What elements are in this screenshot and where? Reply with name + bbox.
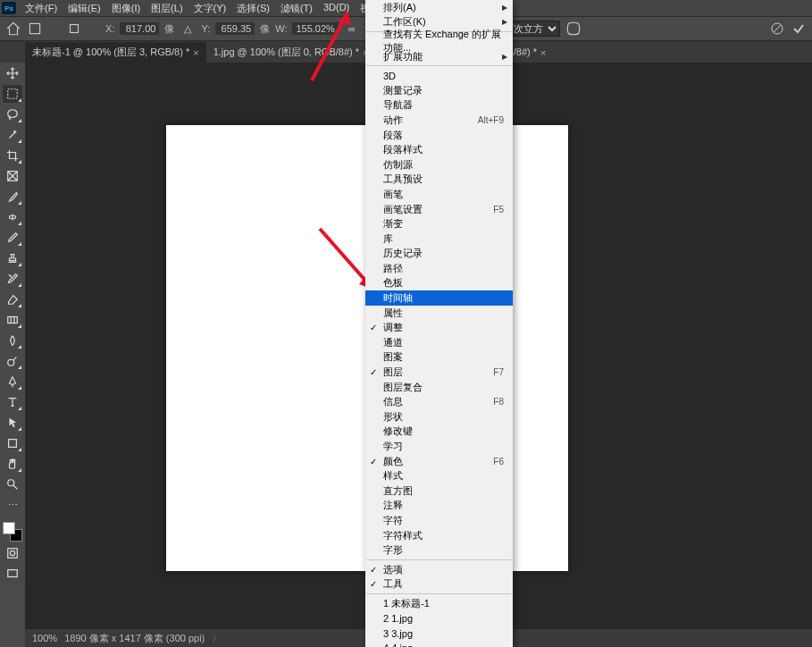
menu-选择[interactable]: 选择(S) [231, 0, 275, 17]
fg-swatch[interactable] [3, 522, 15, 534]
menu-item[interactable]: 2 1.jpg [365, 611, 513, 626]
menu-item-label: 图层 [383, 366, 403, 379]
link-icon[interactable]: ∞ [344, 21, 360, 37]
menu-item[interactable]: ✓颜色F6 [365, 454, 513, 469]
quickmask-icon[interactable] [3, 544, 22, 562]
menu-item[interactable]: 通道 [365, 335, 513, 350]
check-icon: ✓ [370, 579, 377, 589]
menu-item-label: 颜色 [383, 455, 403, 468]
menu-编辑[interactable]: 编辑(E) [63, 0, 106, 17]
menu-item[interactable]: 修改键 [365, 424, 513, 440]
cancel-icon[interactable] [769, 21, 785, 37]
menu-item[interactable]: 历史记录 [365, 247, 513, 262]
x-field[interactable]: 817.00 [120, 22, 159, 35]
menu-item[interactable]: 注释 [365, 499, 513, 514]
zoom-tool-icon[interactable] [3, 475, 22, 493]
move-tool-icon[interactable] [3, 64, 22, 82]
dodge-tool-icon[interactable] [3, 352, 22, 370]
w-field[interactable]: 155.02% [292, 22, 338, 35]
menu-滤镜[interactable]: 滤镜(T) [275, 0, 318, 17]
menu-item[interactable]: 字形 [365, 542, 513, 558]
y-field[interactable]: 659.35 [215, 22, 255, 35]
history-brush-tool-icon[interactable] [3, 270, 22, 288]
menu-item[interactable]: 图层复合 [365, 380, 513, 395]
path-select-tool-icon[interactable] [3, 414, 22, 432]
eraser-tool-icon[interactable] [3, 290, 22, 308]
menu-item[interactable]: 动作Alt+F9 [365, 113, 513, 128]
brush-tool-icon[interactable] [3, 229, 22, 247]
more-tools-icon[interactable]: ⋯ [3, 496, 22, 514]
menu-item[interactable]: 导航器 [365, 98, 513, 113]
shape-tool-icon[interactable] [3, 434, 22, 452]
marquee-tool-icon[interactable] [3, 85, 22, 103]
frame-tool-icon[interactable] [3, 167, 22, 185]
menu-item[interactable]: 画笔设置F5 [365, 202, 513, 217]
close-icon[interactable]: × [540, 47, 546, 58]
menu-文件[interactable]: 文件(F) [20, 0, 63, 17]
type-tool-icon[interactable] [3, 393, 22, 411]
menu-item[interactable]: ✓图层F7 [365, 365, 513, 380]
color-swatches[interactable] [3, 522, 22, 542]
crop-tool-icon[interactable] [3, 147, 22, 164]
menu-item[interactable]: 4 4.jpg [365, 641, 513, 647]
menu-item[interactable]: ✓调整 [365, 320, 513, 335]
menu-item[interactable]: 渐变 [365, 216, 513, 231]
menu-item[interactable]: 扩展功能 [365, 49, 513, 64]
menu-item[interactable]: 段落 [365, 128, 513, 143]
menu-item[interactable]: 形状 [365, 409, 513, 424]
menu-item[interactable]: 库 [365, 231, 513, 247]
menu-item[interactable]: 字符 [365, 513, 513, 528]
menu-item[interactable]: 仿制源 [365, 157, 513, 172]
menu-item[interactable]: 3D [365, 68, 513, 83]
menu-item[interactable]: 段落样式 [365, 142, 513, 157]
close-icon[interactable]: × [193, 47, 198, 58]
crop-icon[interactable] [27, 21, 43, 37]
warp-icon[interactable] [565, 21, 582, 37]
document-tab[interactable]: 1.jpg @ 100% (图层 0, RGB/8#) *× [206, 42, 376, 63]
blur-tool-icon[interactable] [3, 332, 22, 349]
menu-item-label: 调整 [383, 321, 403, 334]
chevron-right-icon[interactable]: 〉 [212, 632, 222, 645]
stamp-tool-icon[interactable] [3, 249, 22, 267]
square-icon[interactable] [66, 21, 82, 37]
menu-文字[interactable]: 文字(Y) [188, 0, 232, 17]
menu-item[interactable]: 工具预设 [365, 172, 513, 188]
menu-图层[interactable]: 图层(L) [146, 0, 188, 17]
pen-tool-icon[interactable] [3, 373, 22, 391]
lasso-tool-icon[interactable] [3, 105, 22, 123]
menu-item[interactable]: 学习 [365, 439, 513, 454]
menu-item[interactable]: 测量记录 [365, 83, 513, 98]
menu-item[interactable]: 排列(A) [365, 0, 513, 15]
menu-item[interactable]: 时间轴 [365, 290, 513, 306]
menu-item[interactable]: 图案 [365, 350, 513, 366]
menu-item[interactable]: ✓工具 [365, 577, 513, 592]
hand-tool-icon[interactable] [3, 455, 22, 473]
menu-item[interactable]: 1 未标题-1 [365, 596, 513, 611]
menu-图像[interactable]: 图像(I) [106, 0, 146, 17]
doc-info[interactable]: 1890 像素 x 1417 像素 (300 ppi) [64, 632, 205, 645]
menu-item[interactable]: 字符样式 [365, 528, 513, 543]
screenmode-icon[interactable] [3, 565, 22, 583]
menu-item[interactable]: ✓选项 [365, 562, 513, 577]
menu-item[interactable]: 直方图 [365, 483, 513, 499]
menu-item-label: 工作区(K) [383, 15, 426, 29]
heal-tool-icon[interactable] [3, 208, 22, 226]
gradient-tool-icon[interactable] [3, 311, 22, 329]
wand-tool-icon[interactable] [3, 126, 22, 144]
document-tab[interactable]: 未标题-1 @ 100% (图层 3, RGB/8) *× [25, 42, 206, 63]
menu-item-label: 工具预设 [383, 172, 423, 186]
home-icon[interactable] [5, 21, 21, 37]
delta-icon[interactable]: △ [180, 21, 196, 37]
menu-item[interactable]: 查找有关 Exchange 的扩展功能... [365, 34, 513, 49]
eyedropper-tool-icon[interactable] [3, 188, 22, 206]
menu-item[interactable]: 属性 [365, 306, 513, 321]
menu-item[interactable]: 路径 [365, 261, 513, 276]
menu-3D[interactable]: 3D(D) [318, 0, 355, 17]
menu-item[interactable]: 3 3.jpg [365, 626, 513, 641]
menu-item[interactable]: 画笔 [365, 187, 513, 202]
menu-item[interactable]: 信息F8 [365, 394, 513, 409]
commit-icon[interactable] [791, 21, 807, 37]
menu-item[interactable]: 样式 [365, 468, 513, 483]
zoom-level[interactable]: 100% [32, 633, 57, 643]
menu-item[interactable]: 色板 [365, 276, 513, 291]
